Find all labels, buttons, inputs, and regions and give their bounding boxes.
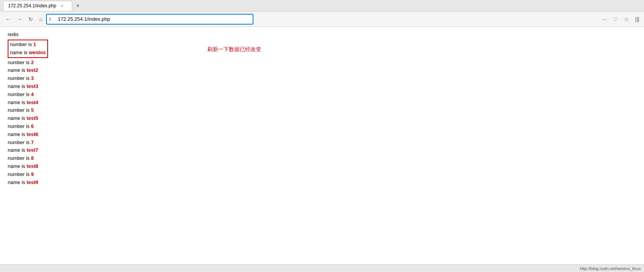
entry-value: test9 (26, 179, 38, 185)
number-label-1: number is (10, 41, 33, 47)
back-button[interactable]: ← (3, 15, 13, 24)
entry-value: 2 (31, 60, 34, 65)
bookmark-button[interactable]: ♡ (611, 15, 619, 24)
active-tab[interactable]: 172.25.254.1/index.php × (3, 1, 72, 11)
nav-bar: ← → ↻ ⌂ ℹ ··· ♡ ☆ ||| (0, 12, 644, 27)
list-item: number is 3 (8, 75, 636, 83)
entry-label: number is (8, 123, 31, 129)
highlighted-number-line: number is 1 (10, 41, 46, 49)
list-item: name is test2 (8, 66, 636, 75)
list-item: name is test9 (8, 179, 636, 187)
tab-title: 172.25.254.1/index.php (8, 3, 56, 8)
tab-strip: 172.25.254.1/index.php × + (3, 0, 82, 11)
page-content: redis number is 1 name is westos 刷新一下数据已… (0, 27, 644, 264)
address-bar-container: ℹ (46, 14, 253, 25)
entry-value: test7 (26, 147, 38, 153)
entry-value: test8 (26, 163, 38, 169)
list-item: name is test5 (8, 114, 636, 123)
list-item: number is 2 (8, 59, 636, 67)
entry-label: number is (8, 91, 31, 97)
list-item: number is 5 (8, 106, 636, 114)
nav-actions: ··· ♡ ☆ ||| (601, 15, 641, 24)
new-tab-button[interactable]: + (74, 2, 82, 10)
entry-value: test6 (26, 131, 38, 137)
entry-label: name is (8, 179, 26, 185)
entry-value: 5 (31, 107, 34, 113)
name-label-1: name is (10, 50, 29, 55)
entry-label: number is (8, 139, 31, 145)
reload-button[interactable]: ↻ (26, 15, 35, 24)
home-button[interactable]: ⌂ (37, 15, 45, 24)
entry-label: name is (8, 67, 26, 73)
refresh-note: 刷新一下数据已经改变 (207, 46, 261, 53)
entry-value: 6 (31, 123, 34, 129)
list-item: name is test3 (8, 83, 636, 91)
entry-label: number is (8, 155, 31, 161)
list-item: name is test4 (8, 99, 636, 107)
address-input[interactable] (46, 14, 253, 25)
entry-label: name is (8, 131, 26, 137)
entry-label: number is (8, 107, 31, 113)
star-button[interactable]: ☆ (622, 15, 631, 24)
highlighted-name-line: name is westos (10, 49, 46, 57)
menu-button[interactable]: ··· (601, 15, 608, 24)
content-body: redis number is 1 name is westos 刷新一下数据已… (8, 32, 636, 186)
entry-label: number is (8, 171, 31, 177)
entries-container: number is 2name is test2number is 3name … (8, 59, 636, 187)
redis-label: redis (8, 32, 636, 37)
tab-close-button[interactable]: × (61, 3, 63, 8)
highlighted-box: number is 1 name is westos (8, 40, 48, 58)
entry-label: name is (8, 100, 26, 105)
entry-value: 8 (31, 155, 34, 161)
sidebar-button[interactable]: ||| (634, 15, 641, 24)
entry-label: name is (8, 147, 26, 153)
entry-value: 7 (31, 139, 34, 145)
list-item: number is 4 (8, 91, 636, 99)
entry-value: test5 (26, 115, 38, 121)
address-info-icon: ℹ (49, 17, 51, 22)
browser-window: 172.25.254.1/index.php × + ← → ↻ ⌂ ℹ ···… (0, 0, 644, 272)
entry-label: number is (8, 60, 31, 65)
title-bar: 172.25.254.1/index.php × + (0, 0, 644, 12)
entry-value: 4 (31, 91, 34, 97)
forward-button[interactable]: → (15, 15, 25, 24)
entry-label: name is (8, 115, 26, 121)
entry-value: 3 (31, 75, 34, 81)
status-url: http://blog.csdn.net/westos_linux (580, 266, 641, 271)
entry-value: 9 (31, 171, 34, 177)
number-value-1: 1 (33, 41, 36, 47)
entry-label: name is (8, 83, 26, 89)
entry-value: test3 (26, 83, 38, 89)
entry-value: test4 (26, 100, 38, 105)
status-bar: http://blog.csdn.net/westos_linux (0, 264, 644, 272)
entry-value: test2 (26, 67, 38, 73)
list-item: number is 8 (8, 154, 636, 163)
entry-label: name is (8, 163, 26, 169)
list-item: name is test7 (8, 146, 636, 154)
entry-label: number is (8, 75, 31, 81)
list-item: number is 7 (8, 139, 636, 147)
list-item: number is 9 (8, 171, 636, 179)
name-value-1: westos (29, 50, 46, 55)
list-item: number is 6 (8, 123, 636, 131)
list-item: name is test6 (8, 131, 636, 139)
list-item: name is test8 (8, 163, 636, 171)
